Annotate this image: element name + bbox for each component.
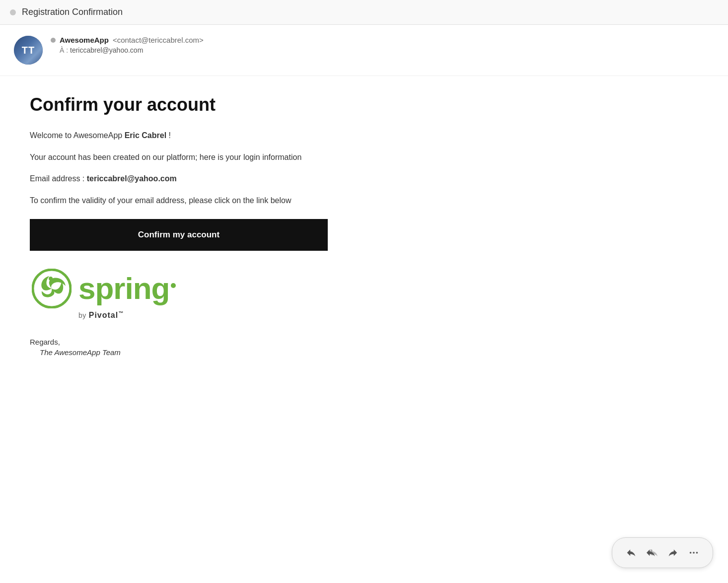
- user-name: Eric Cabrel: [125, 131, 166, 140]
- recipient-line: À : tericcabrel@yahoo.com: [51, 46, 204, 54]
- pivotal-name-text: Pivotal: [89, 311, 118, 319]
- recipient-label: À :: [60, 46, 68, 54]
- spring-word: spring: [78, 271, 169, 305]
- email-body: Confirm your account Welcome to AwesomeA…: [0, 76, 447, 386]
- more-icon: [688, 547, 699, 558]
- email-client: Registration Confirmation TT AwesomeApp …: [0, 0, 728, 583]
- sender-line: AwesomeApp <contact@tericcabrel.com>: [51, 36, 204, 44]
- forward-icon: [667, 547, 678, 558]
- spring-logo-row: spring: [32, 269, 176, 308]
- regards-section: Regards, The AwesomeApp Team: [30, 338, 417, 357]
- svg-point-1: [49, 277, 53, 281]
- spring-logo: spring by Pivotal™: [30, 269, 417, 320]
- pivotal-name: Pivotal™: [89, 311, 124, 319]
- sender-email-address: <contact@tericcabrel.com>: [113, 36, 204, 44]
- email-address-line: Email address : tericcabrel@yahoo.com: [30, 172, 417, 185]
- confirm-instruction: To confirm the validity of your email ad…: [30, 194, 417, 207]
- more-options-button[interactable]: [684, 543, 704, 563]
- reply-icon: [626, 547, 637, 558]
- spring-text: spring: [78, 273, 176, 304]
- email-heading: Confirm your account: [30, 94, 417, 115]
- welcome-suffix: !: [166, 131, 171, 140]
- svg-point-3: [693, 552, 695, 554]
- regards-team: The AwesomeApp Team: [30, 348, 417, 357]
- avatar: TT: [14, 36, 43, 65]
- sender-info: AwesomeApp <contact@tericcabrel.com> À :…: [51, 36, 204, 54]
- spring-dot-accent: [171, 283, 176, 288]
- reply-all-icon: [647, 547, 657, 558]
- confirm-account-button[interactable]: Confirm my account: [30, 219, 328, 251]
- account-created-text: Your account has been created on our pla…: [30, 151, 417, 164]
- bottom-toolbar: [612, 537, 713, 568]
- pivotal-attribution: by Pivotal™: [32, 310, 124, 320]
- regards-line1: Regards,: [30, 338, 417, 346]
- email-label: Email address :: [30, 174, 87, 183]
- email-subject-title: Registration Confirmation: [22, 7, 123, 17]
- title-bar: Registration Confirmation: [0, 0, 728, 25]
- recipient-email: tericcabrel@yahoo.com: [70, 46, 143, 54]
- avatar-background: TT: [14, 36, 43, 65]
- sender-name: AwesomeApp: [60, 36, 109, 44]
- reply-button[interactable]: [621, 543, 641, 563]
- welcome-prefix: Welcome to AwesomeApp: [30, 131, 125, 140]
- avatar-initials: TT: [22, 45, 35, 56]
- pivotal-tm-symbol: ™: [118, 310, 124, 316]
- email-value: tericcabrel@yahoo.com: [87, 174, 177, 183]
- email-header: TT AwesomeApp <contact@tericcabrel.com> …: [0, 25, 728, 76]
- welcome-paragraph: Welcome to AwesomeApp Eric Cabrel !: [30, 129, 417, 142]
- spring-leaf-icon: [32, 269, 72, 308]
- reply-all-button[interactable]: [642, 543, 662, 563]
- sender-status-dot: [51, 38, 56, 43]
- status-dot: [10, 9, 16, 15]
- svg-point-4: [696, 552, 698, 554]
- pivotal-by-label: by: [78, 311, 86, 319]
- svg-point-2: [690, 552, 692, 554]
- forward-button[interactable]: [663, 543, 683, 563]
